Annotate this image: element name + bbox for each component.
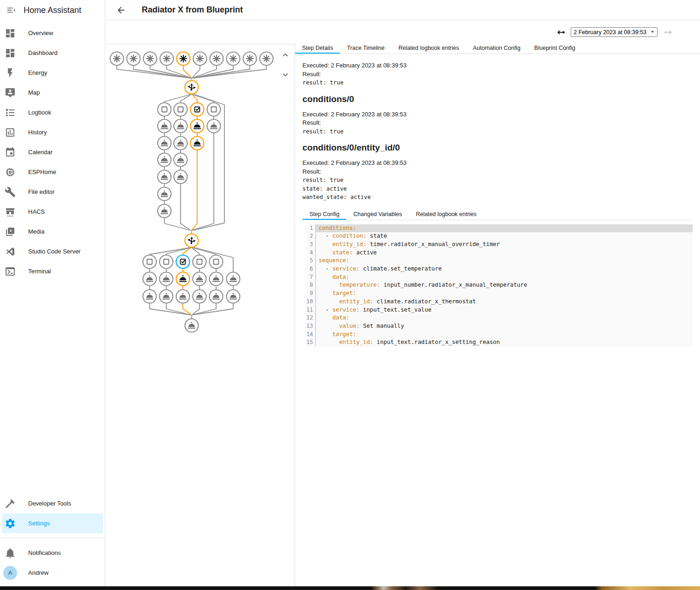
sidebar-item-logbook[interactable]: Logbook — [0, 102, 105, 122]
trace-node-cond[interactable] — [210, 255, 223, 269]
trace-node-cond[interactable] — [207, 103, 221, 116]
trace-node-svc[interactable] — [176, 290, 190, 303]
sidebar-item-dashboard[interactable]: Dashboard — [0, 43, 105, 63]
trace-node-svc[interactable] — [158, 137, 171, 150]
trace-node-svc[interactable] — [160, 290, 173, 303]
trace-node-choose[interactable] — [185, 81, 199, 94]
trace-node-svc[interactable] — [210, 290, 223, 303]
trace-node-trigger[interactable] — [243, 52, 257, 66]
menu-open-icon[interactable] — [2, 1, 20, 19]
executed-timestamp: Executed: 2 February 2023 at 08:39:53 — [302, 110, 693, 119]
trace-node-svc[interactable] — [160, 272, 173, 286]
sidebar-item-map[interactable]: Map — [0, 83, 105, 102]
trace-edge — [192, 66, 200, 78]
trace-graph-panel — [105, 44, 295, 590]
chevron-down-icon[interactable] — [279, 68, 292, 81]
trace-node-svc[interactable] — [174, 170, 187, 184]
view-dashboard-icon — [5, 28, 16, 39]
trace-node-svc[interactable] — [210, 272, 223, 286]
back-arrow-icon[interactable] — [112, 1, 130, 19]
trace-node-svc[interactable] — [207, 120, 221, 133]
sidebar-item-notifications[interactable]: Notifications — [0, 543, 105, 563]
result-label: Result: — [302, 119, 693, 127]
sidebar-item-studio-code-server[interactable]: Studio Code Server — [0, 241, 105, 261]
trace-node-cond[interactable] — [174, 103, 187, 116]
tab-blueprint-config[interactable]: Blueprint Config — [527, 43, 582, 54]
trace-node-svc[interactable] — [176, 272, 190, 286]
section-heading: conditions/0/entity_id/0 — [302, 143, 693, 153]
trace-node-trigger[interactable] — [260, 52, 273, 66]
trace-node-cond[interactable] — [160, 255, 173, 269]
trace-node-svc[interactable] — [158, 205, 171, 218]
sidebar-item-terminal[interactable]: Terminal — [0, 261, 105, 281]
trace-node-trigger[interactable] — [227, 52, 240, 66]
chevron-up-icon[interactable] — [279, 48, 292, 61]
trace-edge — [193, 66, 233, 78]
trace-node-trigger[interactable] — [193, 52, 207, 66]
trace-node-svc[interactable] — [158, 120, 171, 133]
trace-node-svc[interactable] — [174, 137, 187, 150]
console-icon — [5, 266, 16, 277]
trace-node-cond[interactable] — [193, 255, 206, 269]
sidebar-item-settings[interactable]: Settings — [2, 513, 103, 533]
sidebar-item-hacs[interactable]: HACSHACS — [0, 202, 105, 222]
config-tab-related-logbook-entries[interactable]: Related logbook entries — [409, 210, 483, 220]
wrench-icon — [5, 187, 16, 198]
trace-node-trigger[interactable] — [110, 52, 124, 66]
sidebar-item-developer-tools[interactable]: Developer Tools — [0, 494, 105, 513]
trace-node-svc[interactable] — [174, 120, 187, 133]
code-line: 4 state: active — [306, 249, 693, 257]
step-detail-section: Executed: 2 February 2023 at 08:39:53Res… — [302, 61, 693, 87]
step-detail-section: conditions/0/entity_id/0Executed: 2 Febr… — [302, 143, 693, 202]
trace-node-svc[interactable] — [143, 290, 157, 303]
trace-node-trigger[interactable] — [177, 52, 190, 66]
config-tab-step-config[interactable]: Step Config — [302, 210, 346, 220]
trace-node-trigger[interactable] — [144, 52, 157, 66]
trace-node-trigger[interactable] — [160, 52, 174, 66]
trace-node-condc[interactable] — [176, 255, 190, 269]
trace-node-svc[interactable] — [158, 187, 171, 201]
sidebar-item-label: Media — [28, 228, 44, 235]
trace-node-svc[interactable] — [158, 153, 171, 167]
tab-related-logbook-entries[interactable]: Related logbook entries — [392, 43, 466, 54]
code-line: 2 - condition: state — [306, 232, 693, 241]
sidebar-item-energy[interactable]: Energy — [0, 63, 105, 83]
tab-automation-config[interactable]: Automation Config — [466, 43, 527, 54]
trace-node-trigger[interactable] — [127, 52, 140, 66]
previous-trace-icon[interactable] — [554, 26, 566, 38]
avatar: A — [3, 566, 17, 580]
trace-node-svc[interactable] — [191, 137, 204, 150]
trace-node-cond[interactable] — [143, 255, 157, 269]
trace-node-svc[interactable] — [193, 272, 206, 286]
trace-node-svc[interactable] — [143, 272, 157, 286]
config-tab-changed-variables[interactable]: Changed Variables — [346, 210, 409, 220]
trace-node-choose[interactable] — [185, 234, 199, 247]
trace-timestamp-select[interactable]: 2 February 2023 at 08:39:53 — [571, 27, 658, 37]
trace-node-cond[interactable] — [158, 103, 171, 116]
trace-node-svc[interactable] — [227, 290, 240, 303]
sidebar-item-esphome[interactable]: ESPHome — [0, 162, 105, 182]
trace-node-svc[interactable] — [191, 120, 204, 133]
sidebar-item-overview[interactable]: Overview — [0, 23, 105, 43]
trace-node-condc[interactable] — [191, 103, 204, 116]
trace-node-svc[interactable] — [193, 290, 206, 303]
tab-trace-timeline[interactable]: Trace Timeline — [340, 43, 392, 54]
sidebar-item-user[interactable]: A Andrew — [0, 563, 105, 583]
trace-node-svc[interactable] — [158, 170, 171, 184]
main-header: Radiator X from Blueprint — [105, 0, 700, 20]
tab-step-details[interactable]: Step Details — [295, 43, 340, 54]
code-line: 7 data: — [306, 273, 693, 282]
sidebar-item-calendar[interactable]: Calendar — [0, 142, 105, 162]
trace-node-trigger[interactable] — [210, 52, 223, 66]
trace-node-svc[interactable] — [185, 319, 199, 332]
sidebar-item-file-editor[interactable]: File editor — [0, 182, 105, 202]
sidebar-item-history[interactable]: History — [0, 122, 105, 142]
trace-edge — [183, 66, 192, 78]
yaml-code-block[interactable]: 1conditions:2 - condition: state3 entity… — [306, 224, 693, 347]
bell-icon — [5, 548, 16, 559]
view-dashboard-icon — [5, 48, 16, 59]
trace-node-svc[interactable] — [174, 153, 187, 167]
trace-node-svc[interactable] — [227, 272, 240, 286]
next-trace-icon[interactable] — [663, 26, 675, 38]
sidebar-item-media[interactable]: Media — [0, 222, 105, 241]
